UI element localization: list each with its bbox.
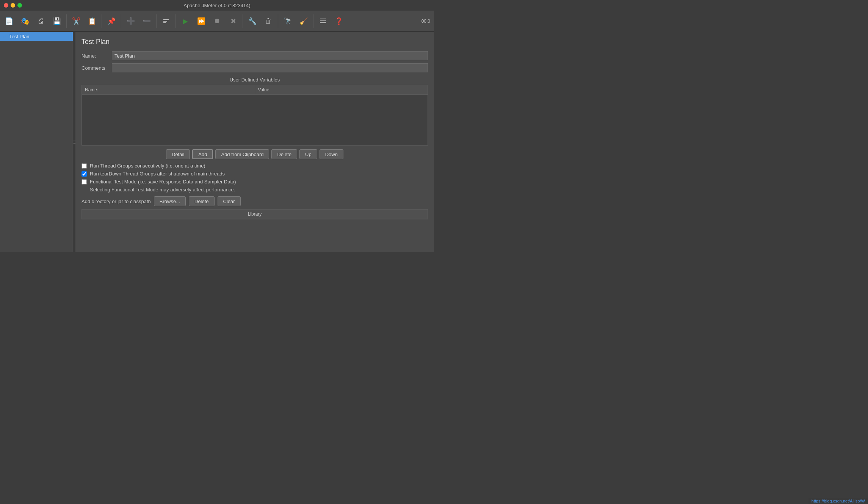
- main-layout: A Test Plan ⋮⋮ Test Plan Name: Comments:…: [0, 32, 434, 252]
- comments-row: Comments:: [81, 63, 428, 72]
- col-value: Value: [255, 85, 428, 94]
- variables-table: Name: Value: [81, 85, 428, 146]
- name-row: Name:: [81, 51, 428, 60]
- functional-mode-checkbox[interactable]: [81, 179, 87, 185]
- save-button[interactable]: 💾: [49, 13, 64, 30]
- find-button[interactable]: 🔭: [280, 13, 295, 30]
- maximize-button[interactable]: [17, 3, 22, 8]
- delete-row-button[interactable]: Delete: [271, 149, 297, 159]
- name-label: Name:: [81, 53, 112, 59]
- sep1: [66, 14, 67, 28]
- table-body: [82, 95, 428, 144]
- library-table: Library: [81, 209, 428, 219]
- start-no-pause-button[interactable]: ⏩: [194, 13, 209, 30]
- clear-all-button[interactable]: 🗑: [261, 13, 276, 30]
- checkbox-functional-mode: Functional Test Mode (i.e. save Response…: [81, 179, 428, 185]
- shutdown-button[interactable]: ✖: [226, 13, 241, 30]
- browse-button[interactable]: Browse...: [154, 196, 186, 206]
- test-plan-icon: A: [3, 33, 7, 39]
- svg-rect-0: [320, 19, 326, 19]
- sep3: [121, 14, 121, 28]
- classpath-delete-button[interactable]: Delete: [189, 196, 215, 206]
- title-bar: Apache JMeter (4.0 r1823414): [0, 0, 434, 11]
- paste-button[interactable]: 📌: [104, 13, 119, 30]
- content-area: Test Plan Name: Comments: User Defined V…: [75, 32, 434, 252]
- checkbox-run-teardown: Run tearDown Thread Groups after shutdow…: [81, 171, 428, 177]
- start-button[interactable]: ▶: [178, 13, 193, 30]
- sep2: [102, 14, 102, 28]
- table-header: Name: Value: [82, 85, 428, 95]
- minimize-button[interactable]: [11, 3, 15, 8]
- classpath-label: Add directory or jar to classpath: [81, 199, 151, 204]
- checkbox-run-consecutive: Run Thread Groups consecutively (i.e. on…: [81, 163, 428, 169]
- help-button[interactable]: ❓: [331, 13, 346, 30]
- clear-classpath-button[interactable]: Clear: [218, 196, 241, 206]
- sep4: [156, 14, 157, 28]
- run-teardown-checkbox[interactable]: [81, 171, 87, 177]
- col-name: Name:: [82, 85, 255, 94]
- broom-button[interactable]: 🧹: [296, 13, 311, 30]
- functional-info: Selecting Functional Test Mode may adver…: [90, 187, 428, 193]
- variables-section-title: User Defined Variables: [81, 77, 428, 83]
- comments-input[interactable]: [112, 63, 428, 72]
- toolbar: 📄 🎭 🖨 💾 ✂️ 📋 📌 ➕ ➖ ▶ ⏩ ⏺ ✖ 🔧 🗑 🔭 🧹 ❓ 00:…: [0, 11, 434, 32]
- sep6: [243, 14, 243, 28]
- new-button[interactable]: 📄: [2, 13, 17, 30]
- comments-label: Comments:: [81, 65, 112, 71]
- sidebar-item-label: Test Plan: [9, 34, 29, 39]
- svg-rect-2: [320, 22, 326, 23]
- up-button[interactable]: Up: [299, 149, 317, 159]
- list-button[interactable]: [315, 13, 331, 30]
- open-templates-button[interactable]: 🎭: [17, 13, 33, 30]
- toggle-button[interactable]: [158, 13, 174, 30]
- library-header: Library: [82, 210, 428, 219]
- close-button[interactable]: [4, 3, 8, 8]
- sep7: [278, 14, 278, 28]
- clear-button[interactable]: 🔧: [245, 13, 260, 30]
- elapsed-time: 00:0: [421, 19, 432, 24]
- traffic-lights: [4, 3, 22, 8]
- cut-button[interactable]: ✂️: [69, 13, 84, 30]
- open-button[interactable]: 🖨: [33, 13, 49, 30]
- sidebar-item-test-plan[interactable]: A Test Plan: [0, 32, 73, 41]
- window-title: Apache JMeter (4.0 r1823414): [183, 3, 250, 8]
- add-button[interactable]: ➕: [123, 13, 138, 30]
- functional-mode-label: Functional Test Mode (i.e. save Response…: [90, 179, 236, 185]
- add-row-button[interactable]: Add: [192, 149, 213, 159]
- name-input[interactable]: [112, 51, 428, 60]
- down-button[interactable]: Down: [320, 149, 343, 159]
- classpath-row: Add directory or jar to classpath Browse…: [81, 196, 428, 206]
- sep5: [175, 14, 176, 28]
- run-consecutive-checkbox[interactable]: [81, 163, 87, 169]
- detail-button[interactable]: Detail: [166, 149, 190, 159]
- sep8: [313, 14, 313, 28]
- add-from-clipboard-button[interactable]: Add from Clipboard: [215, 149, 269, 159]
- copy-button[interactable]: 📋: [85, 13, 100, 30]
- run-consecutive-label: Run Thread Groups consecutively (i.e. on…: [90, 163, 205, 169]
- table-btn-row: Detail Add Add from Clipboard Delete Up …: [81, 149, 428, 159]
- page-title: Test Plan: [81, 38, 428, 46]
- run-teardown-label: Run tearDown Thread Groups after shutdow…: [90, 171, 225, 177]
- stop-button[interactable]: ⏺: [210, 13, 225, 30]
- remove-button[interactable]: ➖: [139, 13, 154, 30]
- sidebar: A Test Plan: [0, 32, 73, 252]
- svg-rect-1: [320, 20, 326, 21]
